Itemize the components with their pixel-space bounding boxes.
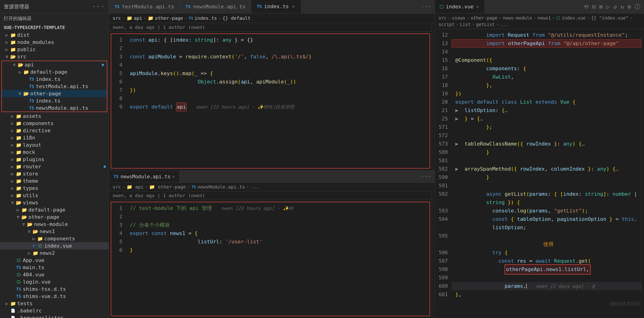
settings-icon[interactable]: ⚙: [628, 3, 631, 10]
folder-icon: 📁: [23, 69, 29, 75]
folder-icon: 📁: [126, 15, 132, 21]
folder-icon: 📁: [16, 171, 22, 177]
tree-item-layout[interactable]: ▷ 📁 layout: [0, 141, 109, 149]
tree-item-newsmodule[interactable]: ▷ TS newsModule.api.ts: [2, 104, 107, 112]
code-line: },: [452, 290, 641, 299]
right-tab-index-vue[interactable]: ⬡ index.vue ✕: [435, 0, 484, 13]
more-icon[interactable]: ⊞: [599, 3, 602, 10]
sidebar-more-icon[interactable]: ···: [92, 3, 105, 10]
tree-item-app-vue[interactable]: ▷ ⬡ App.vue: [0, 257, 109, 264]
tab-close-button[interactable]: ✕: [291, 3, 296, 9]
file-ts-icon: TS: [29, 98, 34, 104]
tree-item-views[interactable]: ▽ 📂 views: [0, 199, 109, 206]
tree-item-other-page2[interactable]: ▽ 📂 other-page: [0, 213, 109, 221]
back-icon[interactable]: ↺: [614, 3, 617, 10]
code-line: [126, 213, 430, 221]
tree-item-shims-vue[interactable]: ▷ TS shims-vue.d.ts: [0, 293, 109, 300]
file-vue-icon: ⬡: [37, 243, 43, 249]
file-vue-icon: ⬡: [16, 279, 22, 285]
forward-icon[interactable]: ↻: [620, 3, 624, 10]
tree-item-store[interactable]: ▷ 📁 store: [0, 170, 109, 177]
tree-item-news-module[interactable]: ▽ 📂 news-module: [0, 221, 109, 228]
info-icon[interactable]: ⓘ: [635, 3, 640, 10]
code-line-highlighted: import otherPageApi from "@/api/other-pa…: [452, 39, 641, 48]
tree-item-other-index[interactable]: ▷ TS index.ts: [2, 97, 107, 104]
tree-item-src[interactable]: ▽ 📂 src: [0, 53, 109, 60]
code-line: [126, 94, 430, 103]
top-code-editor[interactable]: 123456789 const api: { [index: string]: …: [111, 34, 430, 168]
sidebar-title: 资源管理器: [4, 3, 29, 10]
folder-icon: 📁: [32, 250, 38, 256]
tree-item-public[interactable]: ▷ 📁 public: [0, 46, 109, 53]
tree-item-babelrc[interactable]: ▷ 📄 .babelrc: [0, 307, 109, 314]
git-blame-header2: owen, a day ago | 1 author (owen): [109, 191, 432, 200]
tree-item-i18n[interactable]: ▷ 📁 i18n: [0, 134, 109, 141]
tab-testmodule[interactable]: TS testModule.api.ts: [109, 0, 180, 13]
tab-newsmodule[interactable]: TS newsModule.api.ts: [180, 0, 251, 13]
code-line: const api: { [index: string]: any } = {}: [126, 36, 430, 44]
tree-item-shims-tsx[interactable]: ▷ TS shims-tsx.d.ts: [0, 286, 109, 293]
code-content[interactable]: // test-module 下的 api 管理 owen [23 hours …: [126, 202, 430, 316]
tree-item-main-ts[interactable]: ▷ TS main.ts: [0, 264, 109, 271]
sidebar: 资源管理器 ··· 打开的编辑器 VUE-TYPESCRIPT-TEMPLATE…: [0, 0, 109, 318]
tree-item-router[interactable]: ▷ 📁 router: [0, 163, 109, 170]
tree-item-news1[interactable]: ▽ 📂 news1: [0, 228, 109, 235]
tabs-more-button[interactable]: ···: [417, 3, 434, 10]
pane-tab-newsmodule[interactable]: TS newsModule.api.ts ✕: [109, 171, 179, 182]
tree-item-404-vue[interactable]: ▷ ⬡ 404.vue: [0, 271, 109, 278]
code-line: }: [452, 148, 641, 156]
right-code-content[interactable]: import Request from "@/utils/requestInst…: [452, 29, 641, 318]
right-code[interactable]: 12 13 14 15 16 17 18 19 20 21 25 571 572…: [435, 29, 644, 318]
folder-icon: 📁: [16, 157, 22, 162]
breadcrumb-top: src › 📁 api › 📁 other-page › TS index.ts…: [109, 13, 434, 23]
tree-item-plugins[interactable]: ▷ 📁 plugins: [0, 156, 109, 163]
tree-item-components[interactable]: ▷ 📁 components: [0, 120, 109, 127]
play-icon[interactable]: ▷: [606, 3, 610, 10]
code-line: // test-module 下的 api 管理 owen [23 hours …: [126, 204, 430, 213]
tree-item-mock[interactable]: ▷ 📁 mock: [0, 149, 109, 156]
tree-item-api-index[interactable]: ▷ TS index.ts: [2, 75, 107, 83]
tree-item-directive[interactable]: ▷ 📁 directive: [0, 127, 109, 134]
tree-item-tests[interactable]: ▷ 📁 tests: [0, 300, 109, 307]
tree-item-default-page2[interactable]: ▷ 📁 default-page: [0, 206, 109, 213]
folder-icon: 📁: [16, 113, 22, 119]
folder-icon: 📁: [16, 149, 22, 155]
code-line: export default class List extends Vue {: [452, 98, 641, 106]
folder-icon: 📂: [10, 54, 16, 59]
file-ts-icon: TS: [29, 84, 34, 89]
folder-icon: 📁: [22, 207, 27, 213]
tree-item-testmodule[interactable]: ▷ TS testModule.api.ts: [2, 83, 107, 90]
code-content[interactable]: const api: { [index: string]: any } = {}…: [126, 34, 430, 168]
code-line: }: [126, 246, 430, 254]
tree-item-other-page[interactable]: ▽ 📂 other-page: [2, 90, 107, 97]
tree-item-news2[interactable]: ▷ 📁 news2: [0, 249, 109, 257]
pane-tab-close[interactable]: ✕: [172, 174, 175, 179]
folder-icon: 📁: [148, 15, 154, 21]
pane-more-button[interactable]: ···: [421, 173, 434, 180]
folder-icon: 📂: [18, 62, 23, 68]
bottom-pane-content: owen, a day ago | 1 author (owen) 123456…: [109, 191, 434, 318]
tree-item-index-vue[interactable]: ▽ ⬡ index.vue: [0, 242, 109, 249]
history-icon[interactable]: ⟲: [584, 3, 588, 10]
tab-close-button[interactable]: ✕: [475, 4, 480, 9]
tree-item-types[interactable]: ▷ 📁 types: [0, 185, 109, 192]
ts-icon: TS: [192, 185, 196, 189]
tree-item-default-page[interactable]: ▷ 📁 default-page: [2, 68, 107, 75]
bottom-code-box: 123456 // test-module 下的 api 管理 owen [23…: [111, 202, 430, 316]
tree-item-assets[interactable]: ▷ 📁 assets: [0, 112, 109, 120]
tree-item-utils[interactable]: ▷ 📁 utils: [0, 192, 109, 199]
tree-item-theme[interactable]: ▷ 📁 theme: [0, 177, 109, 185]
tree-item-browserslist[interactable]: ▷ 📄 .browserslistrc: [0, 314, 109, 318]
template-label: VUE-TYPESCRIPT-TEMPLATE: [0, 23, 109, 31]
folder-icon: 📂: [16, 200, 22, 206]
tab-index-ts[interactable]: TS index.ts ✕: [251, 0, 302, 13]
code-line: [452, 48, 641, 56]
bottom-code-editor[interactable]: 123456 // test-module 下的 api 管理 owen [23…: [111, 202, 430, 316]
split-icon[interactable]: ⊡: [592, 3, 595, 10]
tree-item-api[interactable]: ▽ 📂 api: [2, 61, 107, 68]
folder-icon: 📁: [10, 32, 16, 38]
tree-item-node-modules[interactable]: ▷ 📁 node_modules: [0, 38, 109, 46]
tree-item-components2[interactable]: ▷ 📁 components: [0, 235, 109, 242]
tree-item-login-vue[interactable]: ▷ ⬡ login.vue: [0, 278, 109, 286]
tree-item-dist[interactable]: ▷ 📁 dist: [0, 31, 109, 38]
